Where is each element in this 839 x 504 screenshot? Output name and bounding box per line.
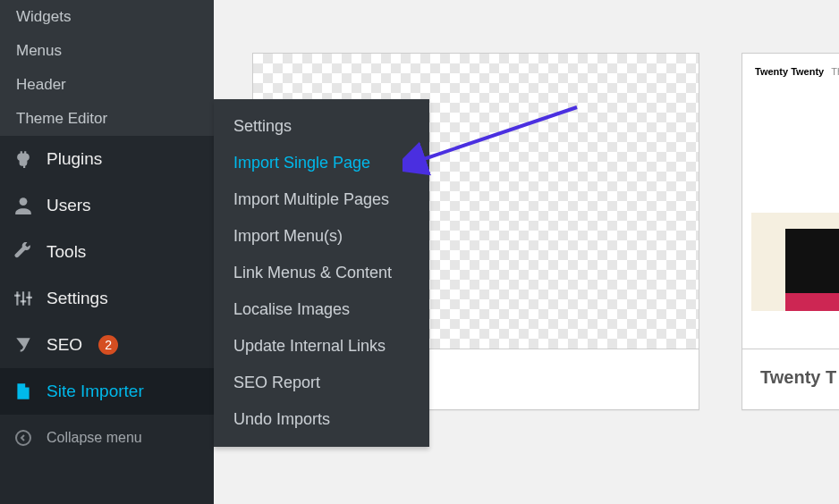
sidebar-item-label: Settings: [47, 289, 108, 308]
svg-point-0: [20, 197, 28, 206]
svg-rect-6: [26, 297, 32, 298]
sidebar-item-users[interactable]: Users: [0, 182, 214, 229]
sidebar-item-label: Plugins: [47, 149, 102, 169]
collapse-icon: [13, 427, 34, 449]
sidebar-subitem-menus[interactable]: Menus: [0, 34, 214, 68]
preview-mini-card: AC 123 Storg: [785, 229, 839, 293]
update-badge: 2: [98, 335, 118, 355]
sliders-icon: [13, 288, 34, 309]
svg-rect-8: [20, 393, 28, 395]
sidebar-item-site-importer[interactable]: Site Importer: [0, 368, 214, 415]
flyout-item-update-internal-links[interactable]: Update Internal Links: [214, 328, 429, 365]
flyout-item-import-multiple-pages[interactable]: Import Multiple Pages: [214, 181, 429, 218]
preview-accent-bar: [785, 293, 839, 311]
site-importer-flyout: Settings Import Single Page Import Multi…: [214, 99, 429, 447]
theme-preview-twentytwenty: Twenty TwentyThe Defaul W M AC 123 Storg: [742, 54, 839, 349]
flyout-item-import-menus[interactable]: Import Menu(s): [214, 218, 429, 255]
svg-rect-9: [20, 397, 25, 399]
svg-rect-7: [20, 391, 28, 392]
sidebar-item-tools[interactable]: Tools: [0, 229, 214, 275]
flyout-item-seo-report[interactable]: SEO Report: [214, 365, 429, 401]
flyout-item-undo-imports[interactable]: Undo Imports: [214, 401, 429, 438]
sidebar-item-label: Tools: [47, 242, 86, 262]
yoast-icon: [13, 334, 34, 356]
flyout-item-import-single-page[interactable]: Import Single Page: [214, 145, 429, 181]
theme-title: Twenty T: [742, 349, 839, 406]
svg-rect-2: [22, 291, 24, 305]
sidebar-item-label: Site Importer: [47, 382, 144, 401]
svg-point-10: [16, 431, 30, 445]
theme-card[interactable]: Twenty TwentyThe Defaul W M AC 123 Storg…: [742, 53, 839, 410]
sidebar-subitem-widgets[interactable]: Widgets: [0, 0, 214, 34]
wrench-icon: [13, 241, 34, 263]
sidebar-item-label: Users: [47, 196, 91, 215]
plug-icon: [13, 148, 34, 170]
preview-card: AC 123 Storg: [751, 213, 839, 311]
sidebar-subitem-header[interactable]: Header: [0, 68, 214, 102]
flyout-item-localise-images[interactable]: Localise Images: [214, 291, 429, 328]
admin-sidebar: Widgets Menus Header Theme Editor Plugin…: [0, 0, 214, 504]
preview-brand: Twenty TwentyThe Defaul: [755, 66, 839, 77]
svg-rect-1: [16, 291, 18, 305]
sidebar-item-label: SEO: [47, 335, 82, 355]
sidebar-subitem-theme-editor[interactable]: Theme Editor: [0, 102, 214, 136]
document-icon: [13, 381, 34, 402]
sidebar-item-seo[interactable]: SEO 2: [0, 322, 214, 368]
sidebar-item-settings[interactable]: Settings: [0, 275, 214, 322]
svg-rect-5: [21, 300, 27, 302]
user-icon: [13, 195, 34, 216]
collapse-label: Collapse menu: [47, 430, 142, 446]
flyout-item-link-menus-content[interactable]: Link Menus & Content: [214, 255, 429, 291]
svg-rect-4: [14, 295, 21, 297]
collapse-menu-button[interactable]: Collapse menu: [0, 415, 214, 461]
sidebar-subitems: Widgets Menus Header Theme Editor: [0, 0, 214, 136]
flyout-item-settings[interactable]: Settings: [214, 108, 429, 145]
sidebar-item-plugins[interactable]: Plugins: [0, 136, 214, 182]
